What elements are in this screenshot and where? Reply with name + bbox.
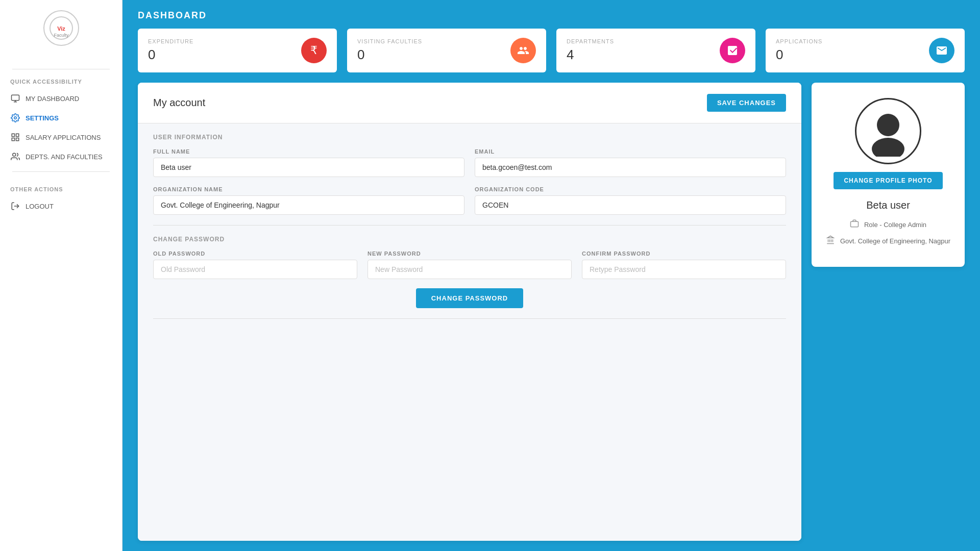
email-input[interactable] bbox=[475, 158, 786, 177]
logo-icon: Viz Faculty bbox=[48, 15, 74, 41]
account-card-body: USER INFORMATION FULL NAME EMAIL ORGANIZ… bbox=[138, 123, 801, 541]
stat-label-visiting: VISITING FACULTIES bbox=[357, 38, 422, 44]
org-name-input[interactable] bbox=[153, 195, 464, 215]
sidebar: Viz Faculty QUICK ACCESSIBILITY MY DASHB… bbox=[0, 0, 122, 551]
account-card-header: My account SAVE CHANGES bbox=[138, 83, 801, 123]
avatar bbox=[855, 98, 921, 164]
old-password-input[interactable] bbox=[153, 260, 357, 279]
stats-row: EXPENDITURE 0 ₹ VISITING FACULTIES 0 DEP… bbox=[122, 29, 980, 83]
email-group: EMAIL bbox=[475, 148, 786, 177]
user-info-row1: FULL NAME EMAIL bbox=[153, 148, 786, 177]
old-password-group: OLD PASSWORD bbox=[153, 251, 357, 279]
svg-text:Faculty: Faculty bbox=[54, 33, 69, 38]
profile-role: Role - College Admin bbox=[864, 221, 926, 229]
password-row: OLD PASSWORD NEW PASSWORD CONFIRM PASSWO… bbox=[153, 251, 786, 279]
sidebar-item-depts[interactable]: DEPTS. AND FACULTIES bbox=[0, 147, 122, 166]
sidebar-divider-mid bbox=[12, 171, 110, 172]
topbar: DASHBOARD bbox=[122, 0, 980, 29]
expenditure-icon: ₹ bbox=[301, 38, 327, 63]
svg-marker-21 bbox=[827, 236, 834, 238]
settings-icon bbox=[10, 113, 20, 122]
svg-point-14 bbox=[872, 138, 904, 157]
profile-org-row: Govt. College of Engineering, Nagpur bbox=[822, 235, 954, 246]
stat-card-visiting: VISITING FACULTIES 0 bbox=[347, 29, 546, 72]
svg-text:Viz: Viz bbox=[57, 26, 65, 32]
grid-icon bbox=[10, 133, 20, 142]
stat-card-applications: APPLICATIONS 0 bbox=[766, 29, 965, 72]
save-changes-button[interactable]: SAVE CHANGES bbox=[707, 94, 786, 112]
stat-value-departments: 4 bbox=[567, 47, 614, 63]
stat-value-expenditure: 0 bbox=[148, 47, 193, 63]
new-password-input[interactable] bbox=[368, 260, 572, 279]
briefcase-icon bbox=[850, 219, 859, 230]
sidebar-item-label-logout: LOGOUT bbox=[26, 203, 54, 210]
visiting-icon bbox=[510, 38, 536, 63]
new-password-group: NEW PASSWORD bbox=[368, 251, 572, 279]
profile-organization: Govt. College of Engineering, Nagpur bbox=[840, 237, 950, 245]
stat-card-expenditure: EXPENDITURE 0 ₹ bbox=[138, 29, 337, 72]
svg-rect-15 bbox=[850, 221, 858, 227]
sidebar-item-logout[interactable]: LOGOUT bbox=[0, 196, 122, 216]
other-actions-label: OTHER ACTIONS bbox=[0, 182, 122, 196]
svg-point-11 bbox=[13, 153, 16, 156]
old-password-label: OLD PASSWORD bbox=[153, 251, 357, 257]
full-name-input[interactable] bbox=[153, 158, 464, 177]
org-name-group: ORGANIZATION NAME bbox=[153, 186, 464, 215]
stat-label-expenditure: EXPENDITURE bbox=[148, 38, 193, 44]
sidebar-item-my-dashboard[interactable]: MY DASHBOARD bbox=[0, 89, 122, 108]
change-profile-photo-button[interactable]: CHANGE PROFILE PHOTO bbox=[834, 172, 942, 189]
avatar-icon bbox=[863, 106, 914, 157]
svg-point-6 bbox=[14, 117, 17, 119]
sidebar-item-label-dashboard: MY DASHBOARD bbox=[26, 95, 79, 103]
stat-value-applications: 0 bbox=[776, 47, 822, 63]
content-area: My account SAVE CHANGES USER INFORMATION… bbox=[122, 83, 980, 551]
confirm-password-input[interactable] bbox=[582, 260, 786, 279]
org-code-group: ORGANIZATION CODE bbox=[475, 186, 786, 215]
new-password-label: NEW PASSWORD bbox=[368, 251, 572, 257]
stat-label-departments: DEPARTMENTS bbox=[567, 38, 614, 44]
logo-circle: Viz Faculty bbox=[43, 10, 79, 46]
account-card: My account SAVE CHANGES USER INFORMATION… bbox=[138, 83, 801, 541]
full-name-label: FULL NAME bbox=[153, 148, 464, 155]
account-title: My account bbox=[153, 97, 205, 109]
section-divider bbox=[153, 225, 786, 226]
departments-icon bbox=[720, 38, 745, 63]
institution-icon bbox=[826, 235, 835, 246]
svg-rect-10 bbox=[16, 138, 19, 141]
change-password-button[interactable]: CHANGE PASSWORD bbox=[416, 288, 524, 308]
sidebar-divider-top bbox=[12, 69, 110, 69]
sidebar-item-label-settings: SETTINGS bbox=[26, 114, 59, 122]
stat-label-applications: APPLICATIONS bbox=[776, 38, 822, 44]
svg-point-13 bbox=[877, 114, 899, 136]
change-password-label: CHANGE PASSWORD bbox=[153, 236, 786, 243]
users-icon bbox=[10, 152, 20, 161]
svg-rect-3 bbox=[12, 95, 19, 101]
sidebar-item-label-depts: DEPTS. AND FACULTIES bbox=[26, 153, 103, 161]
full-name-group: FULL NAME bbox=[153, 148, 464, 177]
org-name-label: ORGANIZATION NAME bbox=[153, 186, 464, 192]
sidebar-item-label-salary: SALARY APPLICATIONS bbox=[26, 134, 101, 141]
sidebar-item-settings[interactable]: SETTINGS bbox=[0, 108, 122, 128]
logout-icon bbox=[10, 202, 20, 211]
stat-card-departments: DEPARTMENTS 4 bbox=[556, 29, 755, 72]
svg-rect-7 bbox=[12, 134, 14, 136]
profile-role-row: Role - College Admin bbox=[822, 219, 954, 230]
applications-icon bbox=[929, 38, 954, 63]
stat-value-visiting: 0 bbox=[357, 47, 422, 63]
user-info-label: USER INFORMATION bbox=[153, 134, 786, 141]
org-code-input[interactable] bbox=[475, 195, 786, 215]
section-divider-bottom bbox=[153, 318, 786, 319]
profile-name: Beta user bbox=[866, 199, 910, 211]
quick-access-label: QUICK ACCESSIBILITY bbox=[0, 74, 122, 89]
email-label: EMAIL bbox=[475, 148, 786, 155]
profile-sidebar: CHANGE PROFILE PHOTO Beta user Role - Co… bbox=[812, 83, 965, 267]
svg-rect-8 bbox=[16, 134, 19, 136]
confirm-password-label: CONFIRM PASSWORD bbox=[582, 251, 786, 257]
logo-area: Viz Faculty bbox=[43, 10, 79, 48]
user-info-row2: ORGANIZATION NAME ORGANIZATION CODE bbox=[153, 186, 786, 215]
sidebar-item-salary[interactable]: SALARY APPLICATIONS bbox=[0, 128, 122, 147]
confirm-password-group: CONFIRM PASSWORD bbox=[582, 251, 786, 279]
svg-rect-9 bbox=[12, 138, 14, 141]
org-code-label: ORGANIZATION CODE bbox=[475, 186, 786, 192]
monitor-icon bbox=[10, 94, 20, 103]
